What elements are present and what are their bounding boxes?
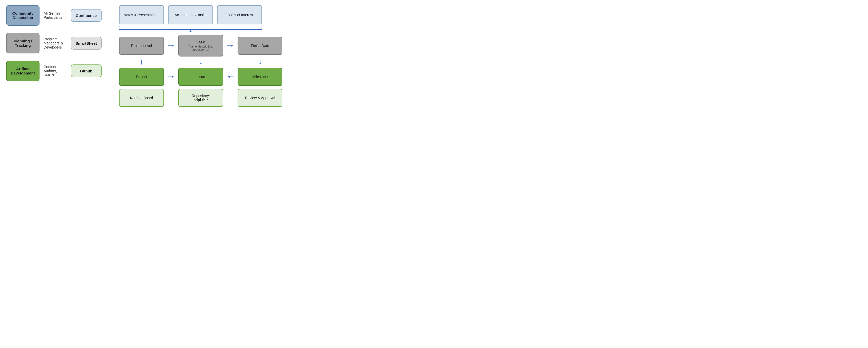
issue-box: Issue (178, 68, 223, 86)
v-arrow-2 (178, 60, 223, 65)
planning-grid: Project Level Task (name, description,as… (119, 35, 282, 107)
arrow-right-3 (168, 75, 174, 79)
repository-box: Repository:sdpi-fhir (178, 89, 223, 107)
top-section: Notes & Presentations Action Items / Tas… (119, 5, 282, 32)
planning-row: Planning / Tracking Program Managers & D… (6, 33, 114, 53)
artifact-participants: Content Authors, SME's (43, 65, 67, 77)
community-participants: All Gemini Participants (43, 11, 67, 20)
down-arrow-finish (258, 60, 262, 65)
planning-main-row: Project Level Task (name, description,as… (119, 35, 282, 57)
v-arrow-3 (238, 60, 282, 65)
right-panel: Notes & Presentations Action Items / Tas… (114, 5, 282, 107)
milestone-box: Milestone (238, 68, 282, 86)
svg-marker-13 (172, 76, 174, 78)
project-box: Project (119, 68, 164, 86)
down-arrow-project (140, 60, 144, 65)
smartsheet-tool-box: SmartSheet (71, 37, 102, 50)
confluence-tool-box: Confluence (71, 9, 102, 22)
github-bottom-row: Kanban Board Repository:sdpi-fhir Review… (119, 89, 282, 107)
community-row: Community Discussion All Gemini Particip… (6, 5, 114, 26)
kanban-board-box: Kanban Board (119, 89, 164, 107)
community-discussion-box: Community Discussion (6, 5, 39, 26)
project-level-box: Project Level (119, 37, 164, 55)
planning-participants: Program Managers & Developers (43, 37, 67, 49)
artifact-development-box: Artifact Development (6, 61, 39, 81)
left-panel: Community Discussion All Gemini Particip… (6, 5, 114, 81)
top-boxes: Notes & Presentations Action Items / Tas… (119, 5, 282, 24)
v-arrow-1 (119, 60, 164, 65)
task-box: Task (name, description,assignee, …) (178, 35, 223, 57)
planning-tracking-box: Planning / Tracking (6, 33, 39, 53)
arrow-right-2 (227, 44, 234, 48)
main-diagram: Community Discussion All Gemini Particip… (6, 5, 276, 107)
svg-marker-7 (141, 63, 143, 65)
svg-marker-1 (189, 31, 192, 32)
github-main-row: Project Issue Milestone (119, 68, 282, 86)
arrow-left-milestone (227, 75, 234, 79)
vertical-arrows-row (119, 60, 282, 65)
arrow-right-1 (168, 44, 174, 48)
notes-presentations-box: Notes & Presentations (119, 5, 164, 24)
review-approval-box: Review & Approval (238, 89, 282, 107)
svg-marker-5 (231, 45, 234, 47)
finish-date-box: Finish Date (238, 37, 282, 55)
svg-marker-3 (172, 45, 174, 47)
svg-marker-15 (227, 76, 230, 78)
topics-of-interest-box: Topics of Interest (217, 5, 262, 24)
artifact-row: Artifact Development Content Authors, SM… (6, 61, 114, 81)
svg-marker-11 (259, 63, 261, 65)
down-arrow-task (199, 60, 203, 65)
action-items-tasks-box: Action Items / Tasks (168, 5, 213, 24)
github-tool-box: Github (71, 64, 102, 77)
bracket-connector (119, 24, 262, 32)
svg-marker-9 (200, 63, 202, 65)
